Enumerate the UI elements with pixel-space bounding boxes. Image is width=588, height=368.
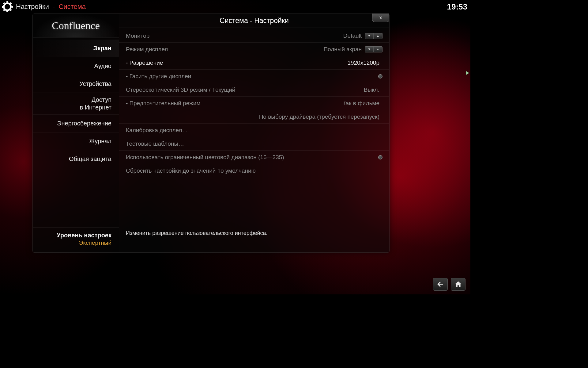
arrow-left-icon: [436, 280, 444, 288]
chevron-up-icon[interactable]: ▲: [374, 33, 382, 39]
setting-label: Монитор: [126, 33, 149, 39]
gear-icon: [3, 2, 12, 11]
home-button[interactable]: [451, 278, 466, 291]
settings-panel: Confluence Экран Аудио Устройства Доступ…: [32, 13, 390, 253]
top-bar: Настройки - Система 19:53: [3, 1, 467, 12]
chevron-down-icon[interactable]: ▼: [365, 47, 374, 52]
setting-value: По выбору драйвера (требуется перезапуск…: [259, 113, 379, 120]
chevron-down-icon[interactable]: ▼: [365, 33, 374, 39]
row-calibration[interactable]: Калибровка дисплея…: [119, 124, 389, 137]
sidebar-item-label: Доступ в Интернет: [80, 96, 111, 111]
settings-level-toggle[interactable]: Уровень настроек Экспертный: [33, 227, 119, 252]
spinner-control[interactable]: ▼ ▲: [365, 46, 383, 52]
chevron-up-icon[interactable]: ▲: [374, 47, 382, 52]
category-list: Экран Аудио Устройства Доступ в Интернет…: [33, 38, 119, 227]
setting-label: Стереоскопический 3D режим / Текущий: [126, 86, 235, 93]
setting-label: Режим дисплея: [126, 46, 168, 53]
row-driver-choice[interactable]: По выбору драйвера (требуется перезапуск…: [119, 110, 389, 124]
sidebar-item-label: Устройства: [79, 80, 111, 87]
row-reset-defaults[interactable]: Сбросить настройки до значений по умолча…: [119, 164, 389, 178]
row-limited-color-range[interactable]: Использовать ограниченный цветовой диапа…: [119, 151, 389, 164]
setting-label: - Гасить другие дисплеи: [126, 73, 191, 80]
settings-level-value: Экспертный: [40, 240, 111, 246]
sidebar-item-internet[interactable]: Доступ в Интернет: [33, 93, 119, 115]
close-icon: x: [379, 15, 382, 21]
sidebar-item-security[interactable]: Общая защита: [33, 150, 119, 168]
panel-header: Система - Настройки x: [119, 14, 389, 28]
home-icon: [454, 280, 462, 288]
close-button[interactable]: x: [372, 13, 389, 22]
setting-label: Тестовые шаблоны…: [126, 140, 184, 147]
breadcrumb-separator: -: [53, 3, 55, 10]
setting-label: Калибровка дисплея…: [126, 127, 188, 134]
settings-level-label: Уровень настроек: [40, 232, 111, 239]
setting-label: - Разрешение: [126, 59, 163, 66]
sidebar-item-devices[interactable]: Устройства: [33, 75, 119, 93]
setting-value: Как в фильме: [342, 100, 379, 107]
radio-toggle-icon[interactable]: [378, 155, 383, 159]
sidebar-item-label: Общая защита: [69, 155, 111, 162]
settings-rows: Монитор Default ▼ ▲ Режим дисплея Полный…: [119, 28, 389, 225]
sidebar-item-label: Энергосбережение: [57, 120, 111, 127]
setting-value: 1920x1200p: [347, 59, 379, 66]
sidebar-item-label: Журнал: [89, 138, 111, 144]
sidebar-item-label: Экран: [93, 45, 111, 52]
breadcrumb-current: Система: [58, 3, 86, 10]
sidebar-item-label: Аудио: [94, 63, 111, 69]
setting-label: Сбросить настройки до значений по умолча…: [126, 167, 256, 174]
back-button[interactable]: [433, 278, 448, 291]
radio-toggle-icon[interactable]: [378, 74, 383, 79]
setting-label: Использовать ограниченный цветовой диапа…: [126, 154, 284, 161]
row-resolution[interactable]: - Разрешение 1920x1200p: [119, 56, 389, 70]
hint-text: Изменить разрешение пользовательского ин…: [119, 225, 389, 252]
setting-label: - Предпочтительный режим: [126, 100, 200, 107]
sidebar-item-audio[interactable]: Аудио: [33, 57, 119, 75]
row-stereo-3d[interactable]: Стереоскопический 3D режим / Текущий Вык…: [119, 83, 389, 97]
setting-value: Полный экран: [323, 46, 362, 53]
panel-title: Система - Настройки: [220, 17, 289, 25]
row-preferred-mode[interactable]: - Предпочтительный режим Как в фильме: [119, 97, 389, 110]
clock: 19:53: [447, 2, 468, 12]
row-monitor[interactable]: Монитор Default ▼ ▲: [119, 29, 389, 43]
sidebar: Confluence Экран Аудио Устройства Доступ…: [33, 14, 119, 252]
row-test-patterns[interactable]: Тестовые шаблоны…: [119, 137, 389, 151]
cursor-icon: [466, 71, 469, 75]
content-area: Система - Настройки x Монитор Default ▼ …: [119, 14, 389, 252]
row-blank-other-displays[interactable]: - Гасить другие дисплеи: [119, 70, 389, 83]
breadcrumb: Настройки - Система: [16, 3, 86, 11]
setting-value: Default: [343, 33, 362, 39]
breadcrumb-root[interactable]: Настройки: [16, 3, 49, 10]
row-display-mode[interactable]: Режим дисплея Полный экран ▼ ▲: [119, 43, 389, 56]
skin-logo: Confluence: [33, 14, 119, 38]
sidebar-item-screen[interactable]: Экран: [33, 40, 119, 57]
sidebar-item-log[interactable]: Журнал: [33, 132, 119, 150]
setting-value: Выкл.: [364, 86, 379, 93]
spinner-control[interactable]: ▼ ▲: [365, 33, 383, 39]
bottom-nav: [433, 278, 466, 291]
sidebar-item-power[interactable]: Энергосбережение: [33, 115, 119, 132]
